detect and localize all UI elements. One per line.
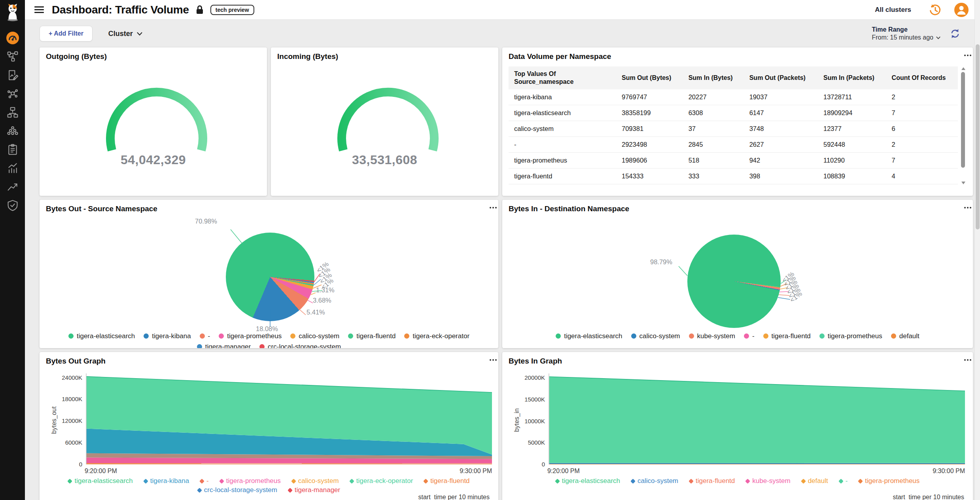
legend-item[interactable]: -	[744, 331, 755, 341]
cluster-filter-dropdown[interactable]: Cluster	[108, 30, 142, 38]
panel-menu-button[interactable]	[963, 205, 967, 211]
legend-item[interactable]: tigera-kibana	[144, 331, 191, 341]
pie-percentage-label: 1.31%	[316, 286, 335, 294]
legend-item[interactable]: tigera-kibana	[144, 477, 189, 485]
panel-menu-button[interactable]	[489, 205, 492, 211]
refresh-button[interactable]	[949, 28, 961, 40]
sidebar-item-network-flow[interactable]	[0, 47, 25, 66]
pie-percentage-label: 70.98%	[195, 218, 217, 225]
shield-check-icon	[7, 199, 19, 211]
bytes-in-area-chart[interactable]: 05000K10000K15000K20000Kbytes_in9:20:00 …	[509, 369, 967, 476]
table-cell: 110290	[818, 153, 886, 169]
legend-item[interactable]: -	[200, 477, 209, 485]
cluster-scope-label[interactable]: All clusters	[875, 6, 911, 14]
legend-marker	[745, 479, 750, 484]
bytes-out-pie-chart[interactable]: 70.98%<1%<1%<1%<1%1.31%3.68%5.41%18.08%	[46, 216, 492, 330]
legend-dot	[404, 333, 409, 339]
legend-item[interactable]: -	[839, 477, 848, 485]
table-cell: 286	[683, 184, 744, 186]
legend-item[interactable]: tigera-manager	[197, 342, 251, 348]
user-menu-button[interactable]	[954, 2, 969, 17]
page-scrollbar[interactable]	[974, 0, 980, 500]
legend-item[interactable]: kube-system	[689, 331, 735, 341]
legend-item[interactable]: tigera-eck-operator	[404, 331, 469, 341]
legend-marker	[858, 479, 863, 484]
scroll-up-icon[interactable]	[961, 67, 965, 70]
legend-item[interactable]: calico-system	[631, 477, 678, 485]
incoming-bytes-gauge: 33,531,608	[277, 75, 492, 194]
legend-item[interactable]: tigera-fluentd	[763, 331, 811, 341]
bytes-out-area-chart[interactable]: 06000K12000K18000K24000Kbytes_out9:20:00…	[46, 369, 494, 476]
table-cell: -	[509, 137, 616, 153]
legend-item[interactable]: tigera-fluentd	[424, 477, 469, 485]
legend-marker	[423, 479, 428, 484]
scrollbar-thumb[interactable]	[961, 72, 965, 168]
table-cell: 6308	[683, 105, 744, 121]
legend-label: default	[899, 331, 919, 341]
legend-item[interactable]: tigera-elasticsearch	[68, 331, 135, 341]
legend-item[interactable]: tigera-fluentd	[348, 331, 395, 341]
sidebar-item-trends[interactable]	[0, 177, 25, 196]
legend-item[interactable]: crc-local-storage-system	[259, 342, 341, 348]
legend-item[interactable]: tigera-elasticsearch	[556, 477, 620, 485]
page-scrollbar-thumb[interactable]	[976, 44, 980, 229]
table-cell: 38358199	[616, 105, 683, 121]
legend-item[interactable]: kube-system	[746, 477, 790, 485]
legend-label: default	[808, 477, 828, 485]
calico-logo[interactable]	[4, 3, 21, 23]
column-header: Sum Out (Packets)	[744, 66, 818, 89]
scroll-down-icon[interactable]	[961, 182, 965, 184]
sidebar-item-endpoints[interactable]	[0, 121, 25, 140]
legend-item[interactable]: -	[200, 331, 210, 341]
table-cell: 1989606	[616, 153, 683, 169]
time-range-control[interactable]: Time Range From: 15 minutes ago	[872, 26, 940, 41]
sidebar-item-analytics[interactable]	[0, 159, 25, 177]
legend-item[interactable]: calico-system	[290, 331, 339, 341]
legend-item[interactable]: tigera-prometheus	[819, 331, 882, 341]
legend-label: tigera-manager	[295, 486, 340, 494]
legend-item[interactable]: crc-local-storage-system	[198, 486, 277, 494]
legend-item[interactable]: tigera-elasticsearch	[556, 331, 622, 341]
legend-label: tigera-elasticsearch	[74, 477, 132, 485]
panel-menu-button[interactable]	[489, 357, 492, 363]
panel-menu-button[interactable]	[963, 52, 967, 59]
legend-item[interactable]: calico-system	[292, 477, 339, 485]
history-button[interactable]	[928, 3, 942, 17]
legend-item[interactable]: tigera-manager	[288, 486, 340, 494]
sidebar-item-networks[interactable]	[0, 103, 25, 121]
sidebar-item-security[interactable]	[0, 196, 25, 214]
pie-percentage-label: 18.08%	[256, 325, 278, 333]
sidebar-item-policies[interactable]	[0, 66, 25, 84]
menu-button[interactable]	[33, 3, 45, 16]
panel-menu-button[interactable]	[963, 357, 967, 363]
legend-item[interactable]: tigera-eck-operator	[350, 477, 413, 485]
bytes-in-pie-chart[interactable]: 98.79%<1%<1%<1%<1%<1%<1%	[509, 216, 967, 330]
service-graph-icon	[7, 88, 19, 100]
svg-text:20000K: 20000K	[524, 374, 545, 381]
area-layer-tigera-fluentd	[549, 464, 965, 464]
legend-item[interactable]: default	[802, 477, 828, 485]
table-row: tigera-kibana97697472022719037137287112	[509, 89, 958, 105]
sidebar-item-service-graph[interactable]	[0, 84, 25, 103]
legend-label: tigera-eck-operator	[412, 331, 469, 341]
legend-item[interactable]: tigera-prometheus	[859, 477, 919, 485]
legend-item[interactable]: calico-system	[631, 331, 680, 341]
svg-text:15000K: 15000K	[524, 396, 545, 403]
network-flow-icon	[7, 51, 19, 62]
filter-bar: + Add Filter Cluster Time Range From: 15…	[40, 20, 978, 47]
dashboard-gauge-icon	[6, 31, 20, 45]
table-row: tigera-prometheus19896065189421102907	[509, 153, 958, 169]
table-cell: tigera-eck-operator	[509, 184, 616, 186]
legend-item[interactable]: default	[891, 331, 919, 341]
legend-item[interactable]: tigera-elasticsearch	[68, 477, 132, 485]
legend-marker	[219, 479, 224, 484]
legend-item[interactable]: tigera-prometheus	[220, 477, 281, 485]
legend-item[interactable]: tigera-fluentd	[689, 477, 735, 485]
table-scrollbar[interactable]	[961, 66, 966, 185]
legend-label: calico-system	[639, 331, 680, 341]
add-filter-button[interactable]: + Add Filter	[40, 26, 93, 42]
legend-label: calico-system	[638, 477, 678, 485]
sidebar-item-compliance[interactable]	[0, 140, 25, 159]
sidebar-item-dashboard[interactable]	[0, 28, 25, 47]
panel-outgoing-bytes: Outgoing (Bytes) 54,042,329	[40, 47, 267, 196]
